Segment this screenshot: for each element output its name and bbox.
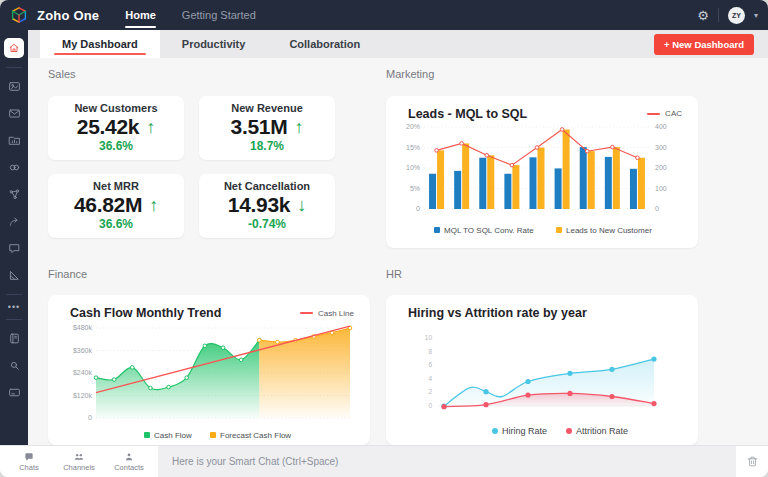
svg-text:15%: 15%	[406, 143, 420, 150]
svg-text:8: 8	[428, 348, 432, 355]
svg-text:Forecast Cash Flow: Forecast Cash Flow	[220, 431, 291, 440]
svg-text:10%: 10%	[406, 164, 420, 171]
kpi-value: 25.42k	[77, 115, 139, 138]
sidebar-item-mail[interactable]	[0, 100, 28, 127]
sidebar-item-projects[interactable]	[0, 127, 28, 154]
trash-button[interactable]	[736, 446, 768, 477]
top-nav-links: Home Getting Started	[125, 0, 256, 30]
sidebar-item-connect[interactable]	[0, 154, 28, 181]
smart-chat-input[interactable]: Here is your Smart Chat (Ctrl+Space)	[158, 446, 736, 477]
nav-link-getting-started[interactable]: Getting Started	[182, 0, 256, 30]
hr-chart-card: Hiring vs Attrition rate by year 0246810…	[386, 295, 698, 445]
sidebar-item-share[interactable]	[0, 208, 28, 235]
middle-region: ••• My Dashboard Producti	[0, 30, 768, 445]
sidebar-item-social[interactable]	[0, 181, 28, 208]
svg-text:0: 0	[428, 402, 432, 409]
hiring-attrition-line-chart: 0246810Hiring RateAttrition Rate	[398, 322, 686, 444]
new-dashboard-button[interactable]: + New Dashboard	[654, 34, 754, 55]
kpi-change: 18.7%	[250, 139, 284, 153]
bottom-tab-chats[interactable]: Chats	[4, 446, 54, 477]
folder-chart-icon	[8, 134, 21, 147]
chart-title-cash-flow: Cash Flow Monthly Trend	[70, 306, 221, 320]
sidebar-item-home[interactable]	[4, 38, 24, 58]
sidebar-more-icon[interactable]: •••	[8, 300, 20, 314]
kpi-value: 46.82M	[74, 193, 142, 216]
dashboard-tabbar: My Dashboard Productivity Collaboration …	[28, 30, 768, 58]
kpi-card-net-mrr[interactable]: Net MRR 46.82M ↑ 36.6%	[48, 174, 184, 238]
svg-text:0: 0	[88, 414, 92, 421]
marketing-bar-chart: 05%10%15%20%0100200300400MQL TO SQL Conv…	[398, 123, 686, 245]
home-icon	[8, 42, 20, 54]
kpi-value: 14.93k	[228, 193, 290, 216]
trend-down-icon: ↓	[297, 196, 306, 214]
smart-chat-bar: Chats Channels Contacts Here is your Sma…	[0, 445, 768, 477]
kpi-card-new-revenue[interactable]: New Revenue 3.51M ↑ 18.7%	[199, 96, 335, 160]
sidebar-item-search[interactable]	[0, 352, 28, 379]
svg-text:$120k: $120k	[73, 392, 93, 399]
sidebar-item-reports[interactable]	[0, 73, 28, 100]
chart-title-leads: Leads - MQL to SQL	[408, 107, 527, 121]
tab-collaboration[interactable]: Collaboration	[267, 30, 382, 58]
cac-line-legend[interactable]: CAC	[647, 109, 682, 118]
svg-text:Hiring Rate: Hiring Rate	[502, 426, 547, 436]
sidebar-item-notebook[interactable]	[0, 325, 28, 352]
sidebar-divider	[6, 294, 22, 295]
svg-text:$360k: $360k	[73, 347, 93, 354]
svg-text:400: 400	[655, 123, 667, 130]
window-card-icon	[8, 386, 21, 399]
svg-text:100: 100	[655, 184, 667, 191]
bottom-tab-contacts[interactable]: Contacts	[104, 446, 154, 477]
settings-gear-icon[interactable]: ⚙	[697, 9, 709, 22]
cash-line-legend[interactable]: Cash Line	[300, 309, 354, 318]
app-sidebar: •••	[0, 30, 28, 445]
tab-productivity[interactable]: Productivity	[160, 30, 268, 58]
reports-icon	[8, 80, 21, 93]
svg-text:6: 6	[428, 361, 432, 368]
kpi-change: 36.6%	[99, 217, 133, 231]
user-avatar[interactable]: ZY	[728, 7, 745, 24]
red-line-swatch-icon	[300, 312, 313, 314]
channels-icon	[74, 452, 84, 462]
svg-text:Cash Flow: Cash Flow	[154, 431, 192, 440]
kpi-card-net-cancellation[interactable]: Net Cancellation 14.93k ↓ -0.74%	[199, 174, 335, 238]
svg-text:2: 2	[428, 388, 432, 395]
kpi-title: New Revenue	[231, 102, 303, 114]
chat-bubble-icon	[8, 242, 21, 255]
kpi-card-new-customers[interactable]: New Customers 25.42k ↑ 36.6%	[48, 96, 184, 160]
tab-my-dashboard[interactable]: My Dashboard	[40, 30, 160, 58]
kpi-value: 3.51M	[231, 115, 288, 138]
search-icon	[8, 359, 21, 372]
chat-tabs: Chats Channels Contacts	[0, 446, 158, 477]
section-label-hr: HR	[386, 268, 698, 283]
trend-up-icon: ↑	[149, 196, 158, 214]
sidebar-item-design[interactable]	[0, 262, 28, 289]
kpi-change: -0.74%	[248, 217, 286, 231]
set-square-icon	[8, 269, 21, 282]
contacts-icon	[124, 452, 134, 462]
kpi-change: 36.6%	[99, 139, 133, 153]
svg-text:$240k: $240k	[73, 369, 93, 376]
sidebar-item-chat[interactable]	[0, 235, 28, 262]
brand-title: Zoho One	[37, 8, 99, 23]
bottom-tab-channels[interactable]: Channels	[54, 446, 104, 477]
nav-link-home[interactable]: Home	[125, 0, 156, 30]
svg-text:300: 300	[655, 143, 667, 150]
avatar-caret-down-icon[interactable]: ▾	[754, 11, 758, 20]
marketing-chart-card: Leads - MQL to SQL CAC 05%10%15%20%01002…	[386, 96, 698, 248]
sidebar-divider	[6, 67, 22, 68]
sidebar-divider	[6, 319, 22, 320]
svg-text:0: 0	[416, 205, 420, 212]
main-region: My Dashboard Productivity Collaboration …	[28, 30, 768, 445]
chart-title-hiring-attrition: Hiring vs Attrition rate by year	[408, 306, 587, 320]
svg-text:0: 0	[655, 205, 659, 212]
mail-icon	[8, 107, 21, 120]
linked-circles-icon	[8, 161, 21, 174]
svg-text:20%: 20%	[406, 123, 420, 130]
svg-text:Leads to New Customer: Leads to New Customer	[566, 226, 652, 235]
kpi-title: Net MRR	[93, 180, 139, 192]
svg-text:5%: 5%	[410, 184, 420, 191]
svg-text:10: 10	[425, 334, 433, 341]
sidebar-item-window[interactable]	[0, 379, 28, 406]
trend-up-icon: ↑	[146, 118, 155, 136]
section-label-finance: Finance	[48, 268, 370, 283]
